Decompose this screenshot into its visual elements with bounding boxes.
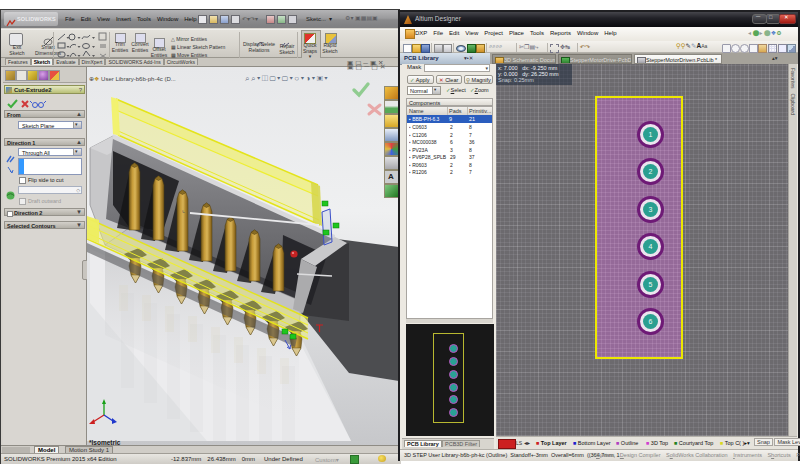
svg-text:⌞: ⌞: [182, 206, 185, 213]
